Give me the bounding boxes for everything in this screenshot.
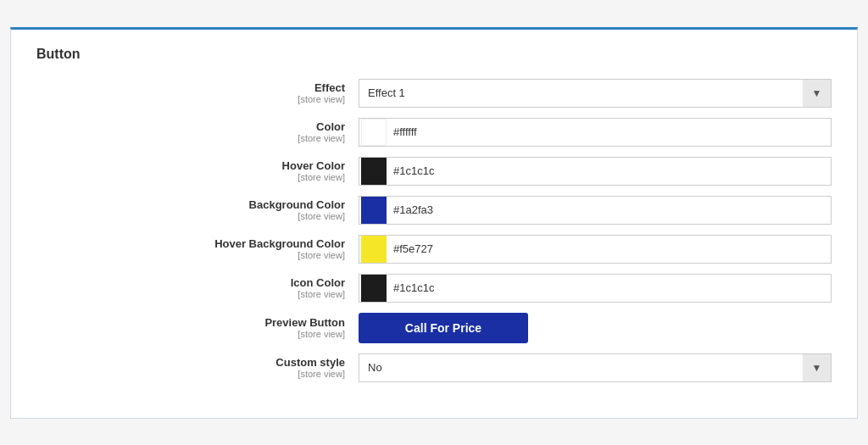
preview-button-label: Preview Button bbox=[36, 316, 345, 329]
effect-label-col: Effect [store view] bbox=[36, 81, 359, 104]
color-swatch[interactable] bbox=[361, 119, 387, 146]
icon-color-label-col: Icon Color [store view] bbox=[36, 276, 359, 299]
call-for-price-button[interactable]: Call For Price bbox=[359, 313, 528, 343]
preview-button-field-col: Call For Price bbox=[359, 313, 832, 343]
hover-bg-color-input[interactable] bbox=[387, 242, 831, 255]
color-row: Color [store view] bbox=[36, 118, 832, 147]
custom-style-select[interactable]: No Yes bbox=[359, 353, 832, 382]
bg-color-sublabel: [store view] bbox=[36, 211, 345, 221]
preview-button-label-col: Preview Button [store view] bbox=[36, 316, 359, 339]
hover-bg-color-row: Hover Background Color [store view] bbox=[36, 235, 832, 264]
hover-color-field-col bbox=[359, 157, 832, 186]
color-label-col: Color [store view] bbox=[36, 120, 359, 143]
icon-color-label: Icon Color bbox=[36, 276, 345, 289]
effect-field-col: Effect 1 Effect 2 Effect 3 ▼ bbox=[359, 79, 832, 108]
section-title: Button bbox=[36, 47, 832, 62]
preview-button-sublabel: [store view] bbox=[36, 329, 345, 339]
effect-row: Effect [store view] Effect 1 Effect 2 Ef… bbox=[36, 79, 832, 108]
hover-color-label-col: Hover Color [store view] bbox=[36, 159, 359, 182]
hover-bg-color-sublabel: [store view] bbox=[36, 250, 345, 260]
effect-sublabel: [store view] bbox=[36, 94, 345, 104]
hover-bg-color-input-wrapper bbox=[359, 235, 832, 264]
bg-color-row: Background Color [store view] bbox=[36, 196, 832, 225]
bg-color-input[interactable] bbox=[387, 203, 831, 216]
color-field-col bbox=[359, 118, 832, 147]
hover-bg-color-swatch[interactable] bbox=[361, 236, 387, 263]
effect-select-wrapper: Effect 1 Effect 2 Effect 3 ▼ bbox=[359, 79, 832, 108]
custom-style-label: Custom style bbox=[36, 356, 345, 369]
bg-color-input-wrapper bbox=[359, 196, 832, 225]
color-input[interactable] bbox=[387, 125, 831, 138]
hover-color-sublabel: [store view] bbox=[36, 172, 345, 182]
hover-bg-color-label: Hover Background Color bbox=[36, 237, 345, 250]
bg-color-field-col bbox=[359, 196, 832, 225]
icon-color-field-col bbox=[359, 274, 832, 303]
bg-color-swatch[interactable] bbox=[361, 197, 387, 224]
hover-color-row: Hover Color [store view] bbox=[36, 157, 832, 186]
hover-color-input-wrapper bbox=[359, 157, 832, 186]
effect-select[interactable]: Effect 1 Effect 2 Effect 3 bbox=[359, 79, 832, 108]
button-settings-panel: Button Effect [store view] Effect 1 Effe… bbox=[10, 27, 858, 419]
color-input-wrapper bbox=[359, 118, 832, 147]
custom-style-field-col: No Yes ▼ bbox=[359, 353, 832, 382]
custom-style-sublabel: [store view] bbox=[36, 369, 345, 379]
effect-label: Effect bbox=[36, 81, 345, 94]
custom-style-row: Custom style [store view] No Yes ▼ bbox=[36, 353, 832, 382]
hover-color-label: Hover Color bbox=[36, 159, 345, 172]
custom-style-select-wrapper: No Yes ▼ bbox=[359, 353, 832, 382]
hover-color-input[interactable] bbox=[387, 164, 831, 177]
hover-bg-color-label-col: Hover Background Color [store view] bbox=[36, 237, 359, 260]
color-sublabel: [store view] bbox=[36, 133, 345, 143]
icon-color-row: Icon Color [store view] bbox=[36, 274, 832, 303]
icon-color-input-wrapper bbox=[359, 274, 832, 303]
hover-bg-color-field-col bbox=[359, 235, 832, 264]
custom-style-label-col: Custom style [store view] bbox=[36, 356, 359, 379]
icon-color-swatch[interactable] bbox=[361, 275, 387, 302]
hover-color-swatch[interactable] bbox=[361, 158, 387, 185]
color-label: Color bbox=[36, 120, 345, 133]
bg-color-label-col: Background Color [store view] bbox=[36, 198, 359, 221]
preview-button-row: Preview Button [store view] Call For Pri… bbox=[36, 313, 832, 343]
bg-color-label: Background Color bbox=[36, 198, 345, 211]
icon-color-sublabel: [store view] bbox=[36, 289, 345, 299]
icon-color-input[interactable] bbox=[387, 281, 831, 294]
